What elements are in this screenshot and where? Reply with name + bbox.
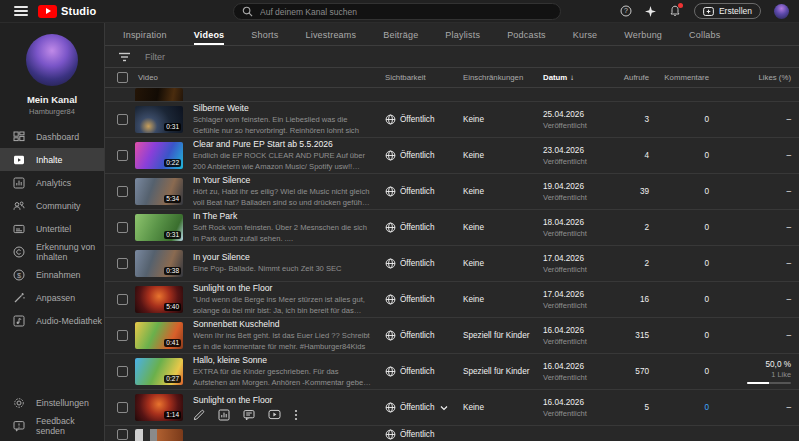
video-thumbnail[interactable]: 0:22 <box>135 142 183 169</box>
comments-count[interactable]: 0 <box>653 115 717 124</box>
tab-livestreams[interactable]: Livestreams <box>306 30 357 45</box>
table-row[interactable]: 1:14 Sunlight on the Floor Öffentlich Ke… <box>105 390 799 426</box>
sidebar-item-untertitel[interactable]: Untertitel <box>0 217 104 240</box>
tab-collabs[interactable]: Collabs <box>689 30 720 45</box>
tab-kurse[interactable]: Kurse <box>573 30 598 45</box>
video-title[interactable]: In your Silence <box>193 252 371 262</box>
visibility-value[interactable]: Öffentlich <box>400 295 434 304</box>
table-row[interactable]: 0:27 Hallo, kleine Sonne EXTRA für die K… <box>105 354 799 390</box>
row-checkbox[interactable] <box>117 402 128 413</box>
tab-shorts[interactable]: Shorts <box>251 30 278 45</box>
tab-playlists[interactable]: Playlists <box>445 30 480 45</box>
video-title[interactable]: Sunlight on the Floor <box>193 283 371 293</box>
sidebar-item-dashboard[interactable]: Dashboard <box>0 125 104 148</box>
sidebar-item-erkennung-von-inhalten[interactable]: Erkennung von Inhalten <box>0 240 104 263</box>
more-options-kebab-icon[interactable] <box>294 409 298 421</box>
row-checkbox[interactable] <box>117 429 128 440</box>
table-row[interactable]: 0:22 Clear and Pure EP Start ab 5.5.2026… <box>105 138 799 174</box>
visibility-value[interactable]: Öffentlich <box>400 223 434 232</box>
help-icon[interactable]: ? <box>620 5 632 17</box>
column-header-datum[interactable]: Datum ↓ <box>543 73 613 82</box>
column-header-kommentare[interactable]: Kommentare <box>653 73 717 82</box>
table-row[interactable]: 5:34 In Your Silence Hört zu, Habt ihr e… <box>105 174 799 210</box>
notifications-bell-icon[interactable] <box>669 5 681 17</box>
channel-avatar[interactable] <box>26 34 78 86</box>
tab-inspiration[interactable]: Inspiration <box>123 30 167 45</box>
filter-bar[interactable]: Filter <box>105 46 799 68</box>
sidebar-item-einstellungen[interactable]: Einstellungen <box>0 391 104 414</box>
table-row[interactable]: 5:40 Sunlight on the Floor "Und wenn die… <box>105 282 799 318</box>
video-title[interactable]: In Your Silence <box>193 175 371 185</box>
column-header-sichtbarkeit[interactable]: Sichtbarkeit <box>385 73 463 82</box>
visibility-value[interactable]: Öffentlich <box>400 367 434 376</box>
table-row[interactable]: 0:27 <box>105 88 799 102</box>
video-title[interactable]: In The Park <box>193 211 371 221</box>
video-thumbnail[interactable]: 0:38 <box>135 250 183 277</box>
analytics-action-icon[interactable] <box>218 409 230 421</box>
table-row[interactable]: Öffentlich <box>105 426 799 441</box>
select-all-checkbox[interactable] <box>117 72 128 83</box>
tab-podcasts[interactable]: Podcasts <box>507 30 546 45</box>
video-thumbnail[interactable]: 0:31 <box>135 106 183 133</box>
tab-beitraege[interactable]: Beiträge <box>383 30 418 45</box>
youtube-studio-logo[interactable]: Studio <box>38 5 96 18</box>
channel-search-bar[interactable] <box>233 3 561 20</box>
video-thumbnail[interactable]: 0:41 <box>135 322 183 349</box>
table-row[interactable]: 0:38 In your Silence Eine Pop- Ballade. … <box>105 246 799 282</box>
visibility-value[interactable]: Öffentlich <box>400 331 434 340</box>
row-checkbox[interactable] <box>117 186 128 197</box>
column-header-video[interactable]: Video <box>135 73 385 82</box>
sidebar-item-einnahmen[interactable]: $ Einnahmen <box>0 263 104 286</box>
video-thumbnail[interactable]: 0:27 <box>135 358 183 385</box>
visibility-value[interactable]: Öffentlich <box>400 403 434 412</box>
video-thumbnail[interactable]: 0:31 <box>135 214 183 241</box>
visibility-value[interactable]: Öffentlich <box>400 151 434 160</box>
column-header-einschraenkungen[interactable]: Einschränkungen <box>463 73 543 82</box>
table-row[interactable]: 0:31 Silberne Weite Schlager vom feinste… <box>105 102 799 138</box>
visibility-value[interactable]: Öffentlich <box>400 259 434 268</box>
tab-werbung[interactable]: Werbung <box>624 30 662 45</box>
create-button[interactable]: Erstellen <box>694 3 761 19</box>
visibility-dropdown-chevron-icon[interactable] <box>440 405 448 411</box>
row-checkbox[interactable] <box>117 222 128 233</box>
comments-count[interactable]: 0 <box>653 151 717 160</box>
watch-on-youtube-icon[interactable] <box>268 409 281 420</box>
comments-action-icon[interactable] <box>243 409 255 421</box>
search-input[interactable] <box>260 7 552 17</box>
tab-videos[interactable]: Videos <box>194 30 225 45</box>
column-header-aufrufe[interactable]: Aufrufe <box>613 73 653 82</box>
table-row[interactable]: 0:41 Sonnenbett Kuschelnd Wenn Ihr ins B… <box>105 318 799 354</box>
video-title[interactable]: Silberne Weite <box>193 103 371 113</box>
comments-count[interactable]: 0 <box>653 331 717 340</box>
visibility-value[interactable]: Öffentlich <box>400 187 434 196</box>
video-thumbnail[interactable]: 1:14 <box>135 394 183 421</box>
video-thumbnail[interactable] <box>135 429 183 441</box>
sidebar-item-feedback-senden[interactable]: Feedback senden <box>0 414 104 437</box>
video-thumbnail[interactable]: 0:27 <box>135 88 183 102</box>
comments-count[interactable]: 0 <box>653 295 717 304</box>
sidebar-item-community[interactable]: Community <box>0 194 104 217</box>
hamburger-menu-icon[interactable] <box>14 6 28 16</box>
row-checkbox[interactable] <box>117 114 128 125</box>
sidebar-item-inhalte[interactable]: Inhalte <box>0 148 104 171</box>
row-checkbox[interactable] <box>117 258 128 269</box>
video-thumbnail[interactable]: 5:34 <box>135 178 183 205</box>
account-avatar[interactable] <box>774 4 789 19</box>
row-checkbox[interactable] <box>117 150 128 161</box>
sidebar-item-audio-mediathek[interactable]: Audio-Mediathek <box>0 309 104 332</box>
row-checkbox[interactable] <box>117 366 128 377</box>
comments-count[interactable]: 0 <box>653 223 717 232</box>
row-checkbox[interactable] <box>117 330 128 341</box>
sparkle-icon[interactable] <box>645 6 656 17</box>
column-header-likes[interactable]: Likes (%) <box>717 73 799 82</box>
visibility-value[interactable]: Öffentlich <box>400 430 434 439</box>
comments-count[interactable]: 0 <box>653 259 717 268</box>
comments-count[interactable]: 0 <box>653 367 717 376</box>
edit-details-icon[interactable] <box>193 409 205 421</box>
video-title[interactable]: Sunlight on the Floor <box>193 395 371 405</box>
video-title[interactable]: Sonnenbett Kuschelnd <box>193 319 371 329</box>
sidebar-item-anpassen[interactable]: Anpassen <box>0 286 104 309</box>
visibility-value[interactable]: Öffentlich <box>400 115 434 124</box>
table-row[interactable]: 0:31 In The Park Soft Rock vom feinsten.… <box>105 210 799 246</box>
sidebar-item-analytics[interactable]: Analytics <box>0 171 104 194</box>
